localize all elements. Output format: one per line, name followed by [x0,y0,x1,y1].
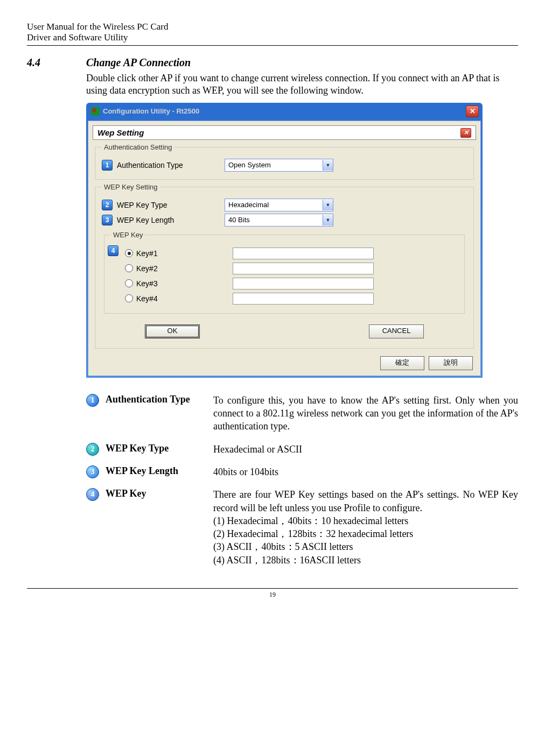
app-icon [91,107,100,116]
desc-text-3: 40bits or 104bits [213,465,518,478]
key4-label: Key#4 [136,294,158,303]
wep-key-length-select[interactable]: 40 Bits ▼ [225,214,333,227]
window-title: Configuration Utility - Rt2500 [103,107,199,115]
page-number: 19 [27,591,518,599]
auth-setting-group: Authentication Setting 1 Authentication … [95,143,474,180]
ok-button[interactable]: OK [145,324,200,338]
auth-type-select[interactable]: Open System ▼ [225,159,333,172]
desc-label-3: WEP Key Length [106,465,213,478]
screenshot-dialog: Configuration Utility - Rt2500 ✕ ✕ Wep S… [86,103,518,378]
desc-badge-3-icon: 3 [86,465,99,478]
desc-label-4: WEP Key [106,488,213,567]
key1-radio[interactable] [125,249,133,257]
desc-text-4-main: There are four WEP Key settings based on… [213,489,518,513]
panel-close-icon[interactable]: ✕ [460,128,471,138]
auth-group-legend: Authentication Setting [102,143,174,151]
desc-row-3: 3 WEP Key Length 40bits or 104bits [86,465,518,478]
wepkey-group-legend: WEP Key Setting [102,183,159,191]
auth-type-value: Open System [225,161,323,169]
desc-badge-4-icon: 4 [86,488,99,501]
desc-text-4: There are four WEP Key settings based on… [213,488,518,567]
panel-title: Wep Setting [97,128,144,137]
chevron-down-icon[interactable]: ▼ [323,200,333,210]
key1-label: Key#1 [136,249,158,258]
desc-sub-4-1: (1) Hexadecimal，40bits：10 hexadecimal le… [213,514,518,527]
key3-radio[interactable] [125,279,133,287]
wep-key-legend: WEP Key [111,231,145,239]
panel-title-bar: ✕ Wep Setting [93,125,476,140]
section-title: Change AP Connection [86,56,191,69]
confirm-button[interactable]: 確定 [380,356,424,370]
footer-rule [27,588,518,589]
desc-label-1: Authentication Type [106,394,213,433]
key3-input[interactable] [233,278,374,289]
chevron-down-icon[interactable]: ▼ [323,160,333,171]
cancel-button[interactable]: CANCEL [369,324,424,338]
callout-3-icon: 3 [102,215,113,225]
wep-key-setting-group: WEP Key Setting 2 WEP Key Type Hexadecim… [95,183,474,349]
callout-2-icon: 2 [102,200,113,210]
section-intro: Double click other AP if you want to cha… [86,72,518,97]
desc-row-4: 4 WEP Key There are four WEP Key setting… [86,488,518,567]
callout-4-icon: 4 [108,245,118,256]
desc-badge-1-icon: 1 [86,394,99,407]
desc-row-2: 2 WEP Key Type Hexadecimal or ASCII [86,443,518,456]
wep-key-type-select[interactable]: Hexadecimal ▼ [225,199,333,211]
desc-label-2: WEP Key Type [106,443,213,456]
wep-key-length-value: 40 Bits [225,216,323,224]
wep-key-group: WEP Key 4 Key#1 Key#2 Key#3 [104,231,465,314]
wep-key-type-label: WEP Key Type [117,201,225,209]
desc-text-1: To configure this, you have to know the … [213,394,518,433]
callout-1-icon: 1 [102,160,113,171]
wep-key-type-value: Hexadecimal [225,201,323,209]
description-table: 1 Authentication Type To configure this,… [86,394,518,567]
help-button[interactable]: 說明 [429,356,473,370]
auth-type-label: Authentication Type [117,161,225,169]
key4-input[interactable] [233,293,374,305]
desc-row-1: 1 Authentication Type To configure this,… [86,394,518,433]
key4-radio[interactable] [125,294,133,302]
close-icon[interactable]: ✕ [466,105,479,117]
key2-label: Key#2 [136,264,158,273]
key2-input[interactable] [233,263,374,274]
doc-header-subtitle: Driver and Software Utility [27,32,518,46]
section-number: 4.4 [27,56,86,69]
key3-label: Key#3 [136,279,158,288]
desc-sub-4-3: (3) ASCII，40bits：5 ASCII letters [213,540,518,553]
key1-input[interactable] [233,248,374,259]
doc-header-title: User Manual for the Wireless PC Card [27,22,518,32]
desc-text-2: Hexadecimal or ASCII [213,443,518,456]
desc-sub-4-2: (2) Hexadecimal，128bits：32 hexadecimal l… [213,527,518,540]
desc-sub-4-4: (4) ASCII，128bits：16ASCII letters [213,554,518,567]
desc-badge-2-icon: 2 [86,443,99,456]
wep-key-length-label: WEP Key Length [117,216,225,224]
chevron-down-icon[interactable]: ▼ [323,215,333,225]
key2-radio[interactable] [125,264,133,272]
